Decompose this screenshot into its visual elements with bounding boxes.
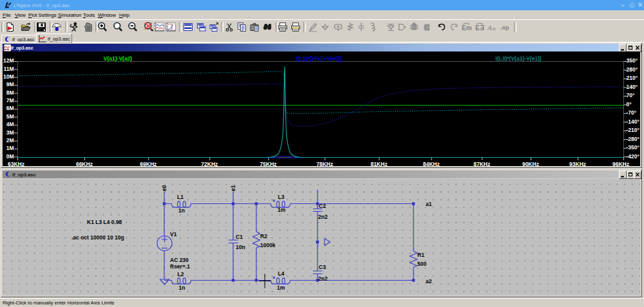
svg-text:5M: 5M	[6, 113, 14, 120]
svg-text:72KHz: 72KHz	[201, 161, 218, 167]
svg-text:0°: 0°	[627, 101, 632, 107]
svg-text:AC 230: AC 230	[170, 257, 189, 263]
svg-text:3M: 3M	[6, 129, 14, 136]
svg-text:V1: V1	[170, 231, 177, 237]
svg-text:12M: 12M	[3, 57, 14, 64]
svg-text:66KHz: 66KHz	[76, 161, 93, 167]
svg-text:A: A	[488, 24, 492, 32]
svg-text:6M: 6M	[6, 105, 14, 111]
svg-text:1000k: 1000k	[260, 242, 276, 248]
svg-text:2n2: 2n2	[318, 214, 328, 220]
svg-text:78KHz: 78KHz	[316, 161, 333, 167]
svg-text:1n: 1n	[179, 284, 185, 291]
svg-text:C1: C1	[236, 234, 243, 240]
svg-text:63KHz: 63KHz	[8, 161, 24, 167]
svg-text:Rser=.1: Rser=.1	[170, 263, 190, 270]
svg-text:1m: 1m	[278, 207, 286, 213]
svg-text:L2: L2	[178, 271, 184, 277]
svg-text:-280°: -280°	[627, 136, 640, 142]
svg-text:L1: L1	[177, 194, 184, 200]
svg-text:4M: 4M	[6, 121, 14, 127]
svg-text:I(L1)*(V(e1)-V(e0)): I(L1)*(V(e1)-V(e0))	[296, 55, 341, 62]
svg-text:87KHz: 87KHz	[473, 161, 490, 167]
svg-text:-210°: -210°	[627, 127, 640, 133]
svg-text:L3: L3	[278, 194, 285, 200]
svg-text:-420°: -420°	[627, 153, 640, 160]
svg-text:75KHz: 75KHz	[260, 161, 277, 167]
svg-text:E: E	[475, 24, 480, 32]
svg-text:C3: C3	[319, 264, 326, 270]
svg-text:C2: C2	[319, 203, 326, 209]
svg-text:140°: 140°	[627, 84, 638, 90]
svg-text:-70°: -70°	[627, 109, 637, 116]
svg-text:e1: e1	[230, 185, 236, 191]
svg-text:9M: 9M	[6, 81, 14, 88]
svg-text:.ac oct 10000 10 10g: .ac oct 10000 10 10g	[71, 234, 124, 241]
svg-text:93KHz: 93KHz	[569, 161, 586, 167]
svg-text:350°: 350°	[627, 57, 638, 64]
svg-text:70°: 70°	[627, 92, 635, 98]
svg-text:90KHz: 90KHz	[522, 161, 539, 167]
svg-text:81KHz: 81KHz	[370, 161, 387, 167]
svg-text:-350°: -350°	[627, 144, 640, 151]
svg-text:K1 L3 L4 0.98: K1 L3 L4 0.98	[87, 219, 122, 225]
svg-text:a1: a1	[426, 201, 432, 207]
svg-text:1m: 1m	[277, 284, 285, 291]
svg-text:L4: L4	[278, 270, 285, 277]
svg-text:280°: 280°	[627, 66, 638, 73]
svg-text:E: E	[480, 24, 484, 32]
svg-text:210°: 210°	[627, 75, 638, 81]
svg-text:R2: R2	[260, 233, 267, 239]
svg-text:R1: R1	[417, 252, 424, 258]
svg-text:-140°: -140°	[627, 118, 640, 125]
svg-text:10M: 10M	[3, 73, 14, 80]
svg-text:96KHz: 96KHz	[612, 161, 629, 167]
svg-text:a2: a2	[426, 278, 432, 284]
svg-text:0M: 0M	[6, 153, 14, 160]
svg-text:11M: 11M	[3, 66, 14, 72]
svg-text:84KHz: 84KHz	[423, 161, 440, 167]
svg-text:a: a	[493, 25, 496, 32]
svg-text:1M: 1M	[6, 145, 14, 151]
svg-text:2M: 2M	[6, 137, 14, 144]
svg-text:10n: 10n	[236, 244, 245, 250]
svg-text:2n2: 2n2	[318, 275, 328, 282]
svg-text:69KHz: 69KHz	[140, 161, 156, 167]
svg-text:.op: .op	[500, 24, 509, 31]
svg-text:500: 500	[417, 261, 426, 267]
svg-text:7M: 7M	[6, 97, 14, 104]
svg-text:Em: Em	[462, 24, 472, 32]
svg-text:V(a1)-V(a2): V(a1)-V(a2)	[104, 55, 133, 62]
svg-text:1n: 1n	[178, 207, 185, 214]
svg-text:I(L3)*(V(a1)-V(e1)): I(L3)*(V(a1)-V(e1))	[495, 55, 541, 62]
svg-text:8M: 8M	[6, 89, 14, 96]
svg-text:e0: e0	[161, 185, 167, 191]
